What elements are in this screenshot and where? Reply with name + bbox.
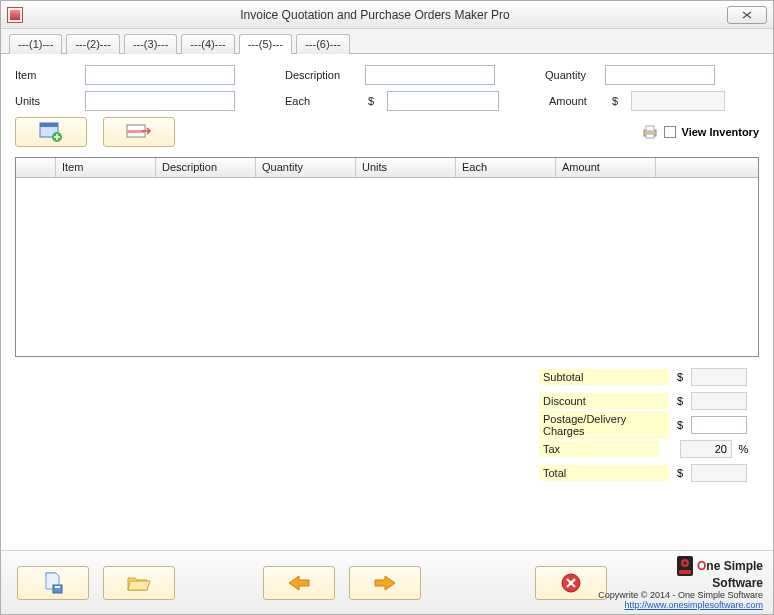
- item-label: Item: [15, 69, 75, 81]
- add-item-button[interactable]: [15, 117, 87, 147]
- tab-6[interactable]: ---(6)---: [296, 34, 349, 54]
- footer-toolbar: One Simple Software Copywrite © 2014 - O…: [1, 550, 773, 614]
- view-inventory-checkbox[interactable]: [664, 126, 676, 138]
- tab-4[interactable]: ---(4)---: [181, 34, 234, 54]
- each-currency: $: [365, 95, 377, 107]
- discount-label: Discount: [539, 393, 669, 409]
- svg-rect-7: [646, 134, 654, 138]
- add-grid-icon: [39, 122, 63, 142]
- delete-button[interactable]: [535, 566, 607, 600]
- tax-value: 20: [680, 440, 732, 458]
- arrow-left-icon: [287, 574, 311, 592]
- amount-label: Amount: [549, 95, 599, 107]
- view-inventory-label: View Inventory: [682, 126, 759, 138]
- grid-header: Item Description Quantity Units Each Amo…: [16, 158, 758, 178]
- printer-icon: [642, 125, 658, 139]
- grid-col-description[interactable]: Description: [156, 158, 256, 177]
- postage-currency: $: [675, 419, 685, 431]
- tab-3[interactable]: ---(3)---: [124, 34, 177, 54]
- open-button[interactable]: [103, 566, 175, 600]
- subtotal-currency: $: [675, 371, 685, 383]
- arrow-right-icon: [373, 574, 397, 592]
- save-icon: [42, 572, 64, 594]
- brand-link[interactable]: http://www.onesimplesoftware.com: [624, 600, 763, 610]
- summary-panel: Subtotal $ Discount $ Postage/Delivery C…: [539, 365, 759, 485]
- prev-button[interactable]: [263, 566, 335, 600]
- window-title: Invoice Quotation and Purchase Orders Ma…: [23, 8, 727, 22]
- grid-col-each[interactable]: Each: [456, 158, 556, 177]
- next-button[interactable]: [349, 566, 421, 600]
- total-label: Total: [539, 465, 669, 481]
- tab-1[interactable]: ---(1)---: [9, 34, 62, 54]
- grid-col-amount[interactable]: Amount: [556, 158, 656, 177]
- svg-rect-6: [646, 126, 654, 131]
- discount-value: [691, 392, 747, 410]
- table-arrow-icon: [126, 122, 152, 142]
- discount-currency: $: [675, 395, 685, 407]
- close-icon: [742, 11, 752, 19]
- brand-name-line2: Software: [712, 576, 763, 590]
- tab-content: Item Description Quantity Units Each $ A…: [1, 54, 773, 550]
- tab-2[interactable]: ---(2)---: [66, 34, 119, 54]
- brand-copy: Copywrite © 2014 - One Simple Software: [598, 590, 763, 600]
- quantity-label: Quantity: [545, 69, 595, 81]
- grid-col-units[interactable]: Units: [356, 158, 456, 177]
- brand-logo-icon: [675, 555, 695, 577]
- postage-label: Postage/Delivery Charges: [539, 411, 669, 439]
- description-input[interactable]: [365, 65, 495, 85]
- cancel-icon: [560, 572, 582, 594]
- total-value: [691, 464, 747, 482]
- folder-open-icon: [127, 574, 151, 592]
- subtotal-value: [691, 368, 747, 386]
- item-input[interactable]: [85, 65, 235, 85]
- quantity-input[interactable]: [605, 65, 715, 85]
- tab-5[interactable]: ---(5)---: [239, 34, 292, 54]
- brand-name: One Simple: [697, 559, 763, 573]
- amount-output: [631, 91, 725, 111]
- svg-rect-9: [55, 586, 60, 588]
- brand-box: One Simple Software Copywrite © 2014 - O…: [598, 555, 763, 610]
- total-currency: $: [675, 467, 685, 479]
- grid-col-item[interactable]: Item: [56, 158, 156, 177]
- each-label: Each: [285, 95, 355, 107]
- items-grid[interactable]: Item Description Quantity Units Each Amo…: [15, 157, 759, 357]
- grid-col-quantity[interactable]: Quantity: [256, 158, 356, 177]
- close-button[interactable]: [727, 6, 767, 24]
- svg-point-13: [683, 562, 686, 565]
- app-window: Invoice Quotation and Purchase Orders Ma…: [0, 0, 774, 615]
- subtotal-label: Subtotal: [539, 369, 669, 385]
- tax-unit: %: [738, 443, 749, 455]
- units-label: Units: [15, 95, 75, 107]
- each-input[interactable]: [387, 91, 499, 111]
- titlebar: Invoice Quotation and Purchase Orders Ma…: [1, 1, 773, 29]
- tax-label: Tax: [539, 441, 659, 457]
- description-label: Description: [285, 69, 355, 81]
- grid-col-blank: [16, 158, 56, 177]
- tab-bar: ---(1)--- ---(2)--- ---(3)--- ---(4)--- …: [1, 29, 773, 54]
- amount-currency: $: [609, 95, 621, 107]
- save-button[interactable]: [17, 566, 89, 600]
- svg-rect-1: [40, 123, 58, 127]
- postage-input[interactable]: [691, 416, 747, 434]
- svg-rect-14: [679, 570, 691, 574]
- units-input[interactable]: [85, 91, 235, 111]
- app-icon: [7, 7, 23, 23]
- edit-item-button[interactable]: [103, 117, 175, 147]
